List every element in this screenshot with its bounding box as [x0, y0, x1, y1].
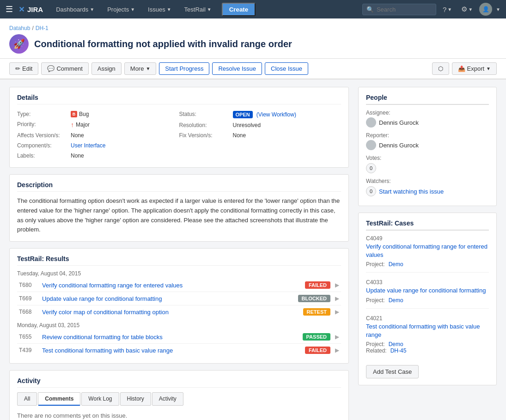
- case-project-value[interactable]: Demo: [389, 261, 403, 268]
- results-date-1: Tuesday, August 04, 2015: [17, 270, 341, 277]
- top-navigation: ☰ ✕ JIRA Dashboards ▼ Projects ▼ Issues …: [0, 0, 506, 18]
- case-name-link[interactable]: Test conditional formatting with basic v…: [366, 323, 489, 339]
- close-issue-button[interactable]: Close Issue: [265, 62, 308, 75]
- resolve-issue-button[interactable]: Resolve Issue: [212, 62, 262, 75]
- case-name-link[interactable]: Update value range for conditional forma…: [366, 286, 489, 295]
- affects-label: Affects Version/s:: [17, 132, 68, 139]
- result-id: T669: [19, 295, 37, 302]
- case-project-label: Project:: [366, 297, 385, 304]
- issue-header: Datahub / DH-1 🚀 Conditional formatting …: [0, 18, 506, 59]
- settings-button[interactable]: ⚙ ▼: [458, 5, 476, 13]
- export-button[interactable]: 📤 Export ▼: [452, 62, 497, 75]
- nav-projects[interactable]: Projects ▼: [103, 0, 140, 18]
- reporter-label: Reporter:: [366, 132, 489, 139]
- people-section: People Assignee: Dennis Gurock Reporter:…: [358, 87, 497, 206]
- reporter-row: Reporter: Dennis Gurock: [366, 132, 489, 150]
- nav-issues[interactable]: Issues ▼: [143, 0, 176, 18]
- rocket-icon: 🚀: [13, 38, 25, 49]
- resolution-label: Resolution:: [179, 122, 230, 128]
- chevron-down-icon: ▼: [146, 66, 150, 71]
- create-button[interactable]: Create: [222, 3, 256, 16]
- toolbar-right: ⬡ 📤 Export ▼: [432, 62, 497, 75]
- case-item-c4021: C4021 Test conditional formatting with b…: [366, 315, 489, 359]
- breadcrumb: Datahub / DH-1: [9, 25, 497, 31]
- case-project-value[interactable]: Demo: [389, 297, 403, 304]
- result-name-link[interactable]: Test conditional formatting with basic v…: [42, 347, 300, 354]
- components-link[interactable]: User Interface: [71, 142, 105, 149]
- left-column: Details Type: B Bug Priority: ↑: [9, 87, 349, 420]
- comment-button[interactable]: 💬 Comment: [41, 62, 88, 75]
- action-toolbar: ✏ Edit 💬 Comment Assign More ▼ Start Pro…: [0, 59, 506, 79]
- start-progress-button[interactable]: Start Progress: [159, 62, 209, 75]
- tab-worklog[interactable]: Work Log: [81, 392, 119, 406]
- description-text: The conditional formatting option doesn'…: [17, 196, 341, 235]
- assignee-name: Dennis Gurock: [379, 119, 419, 126]
- tab-comments[interactable]: Comments: [38, 392, 80, 406]
- logo-x-icon: ✕: [18, 5, 24, 14]
- logo-jira-text: JIRA: [27, 6, 43, 13]
- details-left: Type: B Bug Priority: ↑ Major: [17, 109, 179, 161]
- case-project-label: Project:: [366, 261, 385, 268]
- result-name-link[interactable]: Review conditional formatting for table …: [42, 334, 298, 341]
- results-group-1: T680 Verify conditional formatting range…: [17, 279, 341, 318]
- issue-avatar: 🚀: [9, 34, 29, 54]
- result-row-t669: T669 Update value range for conditional …: [17, 292, 341, 305]
- right-column: People Assignee: Dennis Gurock Reporter:…: [358, 87, 497, 420]
- result-arrow-icon[interactable]: ▶: [335, 282, 339, 288]
- breadcrumb-issue-id[interactable]: DH-1: [36, 25, 49, 31]
- add-test-case-button[interactable]: Add Test Case: [366, 365, 419, 378]
- case-name-link[interactable]: Verify conditional formatting range for …: [366, 243, 489, 259]
- nav-dashboards[interactable]: Dashboards ▼: [51, 0, 99, 18]
- chevron-down-icon: ▼: [207, 7, 212, 12]
- hamburger-menu[interactable]: ☰: [6, 4, 13, 14]
- search-input[interactable]: [377, 6, 432, 13]
- breadcrumb-project[interactable]: Datahub: [9, 25, 30, 31]
- case-meta: Project: Demo: [366, 297, 489, 304]
- user-avatar[interactable]: 👤: [479, 3, 492, 16]
- main-content: Details Type: B Bug Priority: ↑: [0, 79, 506, 420]
- activity-tab-bar: All Comments Work Log History Activity: [17, 392, 341, 406]
- activity-section: Activity All Comments Work Log History A…: [9, 370, 349, 420]
- votes-count[interactable]: 0: [366, 163, 376, 173]
- type-label: Type:: [17, 111, 68, 117]
- resolution-row: Resolution: Unresolved: [179, 120, 341, 130]
- nav-testrail[interactable]: TestRail ▼: [180, 0, 216, 18]
- result-arrow-icon[interactable]: ▶: [335, 347, 339, 353]
- logo[interactable]: ✕ JIRA: [18, 5, 43, 14]
- activity-title: Activity: [17, 377, 341, 388]
- result-arrow-icon[interactable]: ▶: [335, 334, 339, 340]
- search-box[interactable]: 🔍: [362, 4, 436, 15]
- priority-row: Priority: ↑ Major: [17, 119, 179, 130]
- affects-row: Affects Version/s: None: [17, 130, 179, 140]
- result-name-link[interactable]: Update value range for conditional forma…: [42, 295, 293, 302]
- help-button[interactable]: ? ▼: [440, 6, 455, 13]
- start-watching-link[interactable]: Start watching this issue: [379, 188, 444, 195]
- priority-label: Priority:: [17, 121, 68, 128]
- more-button[interactable]: More ▼: [124, 62, 157, 75]
- details-right: Status: OPEN (View Workflow) Resolution:…: [179, 109, 341, 161]
- case-related-label: Related:: [366, 347, 387, 354]
- view-workflow-link[interactable]: (View Workflow): [256, 111, 296, 118]
- share-icon: ⬡: [438, 65, 443, 72]
- share-button[interactable]: ⬡: [432, 62, 449, 75]
- comment-icon: 💬: [47, 65, 55, 72]
- tab-activity[interactable]: Activity: [152, 392, 183, 406]
- edit-button[interactable]: ✏ Edit: [9, 62, 38, 75]
- result-arrow-icon[interactable]: ▶: [335, 295, 339, 302]
- priority-icon: ↑: [71, 121, 74, 128]
- tab-history[interactable]: History: [120, 392, 151, 406]
- case-related-value[interactable]: DH-45: [390, 347, 407, 354]
- bug-icon: B: [71, 111, 77, 117]
- results-group-2: T655 Review conditional formatting for t…: [17, 330, 341, 357]
- result-row-t668: T668 Verify color map of conditional for…: [17, 305, 341, 318]
- result-name-link[interactable]: Verify color map of conditional formatti…: [42, 309, 299, 316]
- result-arrow-icon[interactable]: ▶: [335, 309, 339, 315]
- result-name-link[interactable]: Verify conditional formatting range for …: [42, 282, 300, 289]
- assign-button[interactable]: Assign: [91, 62, 122, 75]
- details-grid: Type: B Bug Priority: ↑ Major: [17, 109, 341, 161]
- watchers-count: 0: [366, 186, 376, 196]
- case-project-value[interactable]: Demo: [389, 341, 403, 347]
- tab-all[interactable]: All: [17, 392, 37, 406]
- testrail-cases-title: TestRail: Cases: [366, 219, 489, 231]
- chevron-down-icon: ▼: [447, 7, 452, 12]
